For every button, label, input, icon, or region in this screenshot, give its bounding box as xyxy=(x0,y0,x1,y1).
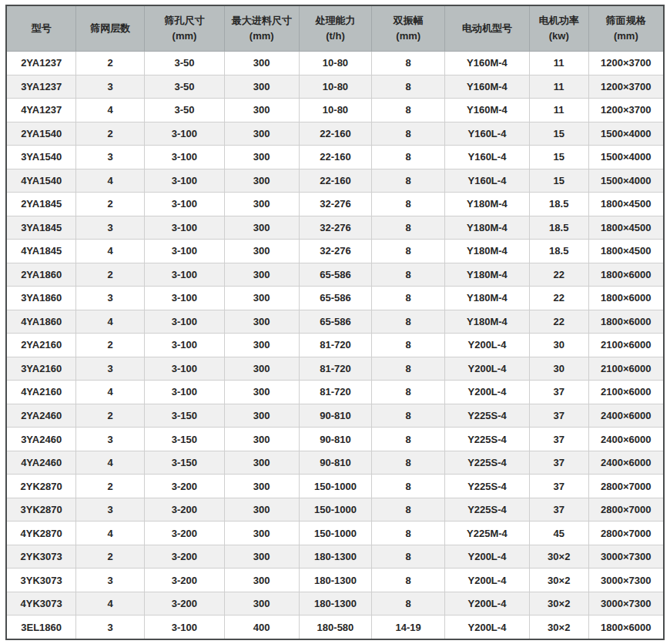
table-cell: 15 xyxy=(529,146,588,169)
table-cell: 300 xyxy=(224,99,299,122)
table-cell: 1800×4500 xyxy=(588,193,663,216)
table-row: 4YA123743-5030010-808Y160M-4111200×3700 xyxy=(7,99,663,122)
model-cell: 3YK3073 xyxy=(7,569,76,592)
table-cell: Y200L-4 xyxy=(445,334,530,357)
model-cell: 3YA1237 xyxy=(7,75,76,99)
table-cell: 37 xyxy=(529,475,588,498)
model-cell: 4YA2160 xyxy=(7,381,76,404)
model-cell: 4YA1860 xyxy=(7,310,76,334)
model-cell: 2YA1845 xyxy=(7,193,76,216)
table-cell: 300 xyxy=(224,287,299,310)
table-cell: 180-1300 xyxy=(299,569,372,592)
table-cell: 2 xyxy=(76,404,145,428)
table-cell: Y160M-4 xyxy=(445,52,530,75)
header-row: 型号筛网层数筛孔尺寸(mm)最大进料尺寸(mm)处理能力(t/h)双振幅(mm)… xyxy=(7,6,663,52)
table-cell: 65-586 xyxy=(299,310,372,334)
table-cell: 22 xyxy=(529,287,588,310)
table-cell: 37 xyxy=(529,451,588,475)
model-cell: 2YA2160 xyxy=(7,334,76,357)
table-cell: 300 xyxy=(224,545,299,569)
table-cell: 65-586 xyxy=(299,287,372,310)
table-cell: 8 xyxy=(372,451,445,475)
column-header: 筛孔尺寸(mm) xyxy=(145,6,225,52)
table-cell: 300 xyxy=(224,498,299,522)
table-cell: 1800×6000 xyxy=(588,287,663,310)
column-header-label: 型号 xyxy=(32,22,52,34)
column-header: 电机功率(kw) xyxy=(529,6,588,52)
table-cell: 300 xyxy=(224,334,299,357)
table-cell: 32-276 xyxy=(299,193,372,216)
table-cell: 3-50 xyxy=(145,75,225,99)
table-cell: 15 xyxy=(529,169,588,193)
model-cell: 4YK3073 xyxy=(7,592,76,615)
table-cell: 90-810 xyxy=(299,404,372,428)
table-cell: 3000×7300 xyxy=(588,545,663,569)
table-cell: 8 xyxy=(372,498,445,522)
table-cell: 4 xyxy=(76,381,145,404)
table-cell: 2 xyxy=(76,122,145,146)
column-header-label: 筛面规格 xyxy=(606,15,646,26)
table-cell: 8 xyxy=(372,428,445,451)
table-cell: 1500×4000 xyxy=(588,169,663,193)
table-cell: 81-720 xyxy=(299,357,372,381)
table-cell: 14-19 xyxy=(372,615,445,639)
table-cell: 300 xyxy=(224,569,299,592)
table-cell: 3-100 xyxy=(145,169,225,193)
table-cell: Y160M-4 xyxy=(445,99,530,122)
table-cell: Y180M-4 xyxy=(445,240,530,263)
table-cell: 300 xyxy=(224,216,299,240)
table-cell: Y225S-4 xyxy=(445,451,530,475)
table-row: 3YK287033-200300150-10008Y225S-4372800×7… xyxy=(7,498,663,522)
table-row: 3YA184533-10030032-2768Y180M-418.51800×4… xyxy=(7,216,663,240)
table-cell: 8 xyxy=(372,404,445,428)
table-cell: 8 xyxy=(372,52,445,75)
model-cell: 4YA1540 xyxy=(7,169,76,193)
table-cell: 2800×7000 xyxy=(588,522,663,545)
model-cell: 3EL1860 xyxy=(7,615,76,639)
table-cell: 90-810 xyxy=(299,428,372,451)
table-cell: Y200L-4 xyxy=(445,569,530,592)
table-cell: 8 xyxy=(372,310,445,334)
table-cell: 300 xyxy=(224,522,299,545)
model-cell: 2YK2870 xyxy=(7,475,76,498)
table-cell: Y180M-4 xyxy=(445,287,530,310)
table-cell: 2 xyxy=(76,193,145,216)
model-cell: 3YA2160 xyxy=(7,357,76,381)
column-header: 型号 xyxy=(7,6,76,52)
table-cell: Y160L-4 xyxy=(445,169,530,193)
table-cell: 30×2 xyxy=(529,615,588,639)
table-cell: 4 xyxy=(76,592,145,615)
table-cell: 11 xyxy=(529,52,588,75)
table-cell: 37 xyxy=(529,404,588,428)
table-cell: 22-160 xyxy=(299,122,372,146)
table-row: 2YA216023-10030081-7208Y200L-4302100×600… xyxy=(7,334,663,357)
table-cell: 8 xyxy=(372,545,445,569)
table-cell: 1500×4000 xyxy=(588,122,663,146)
table-cell: 30 xyxy=(529,357,588,381)
column-header-label: 电机功率 xyxy=(539,15,579,26)
table-cell: 3-100 xyxy=(145,310,225,334)
table-cell: 2 xyxy=(76,52,145,75)
table-cell: 3 xyxy=(76,498,145,522)
table-cell: 30 xyxy=(529,334,588,357)
table-cell: 2800×7000 xyxy=(588,498,663,522)
column-header-label: 筛孔尺寸 xyxy=(164,15,204,26)
table-cell: 3 xyxy=(76,75,145,99)
table-cell: 8 xyxy=(372,522,445,545)
table-cell: 3-200 xyxy=(145,545,225,569)
table-cell: 22-160 xyxy=(299,169,372,193)
model-cell: 2YA2460 xyxy=(7,404,76,428)
column-header-unit: (mm) xyxy=(226,29,297,44)
column-header-unit: (mm) xyxy=(146,29,223,44)
table-cell: 3 xyxy=(76,615,145,639)
table-cell: 2 xyxy=(76,263,145,287)
table-cell: 90-810 xyxy=(299,451,372,475)
table-row: 2YK307323-200300180-13008Y200L-430×23000… xyxy=(7,545,663,569)
table-cell: 300 xyxy=(224,592,299,615)
table-cell: 8 xyxy=(372,263,445,287)
table-cell: 3-100 xyxy=(145,146,225,169)
table-cell: 1800×6000 xyxy=(588,615,663,639)
table-cell: 45 xyxy=(529,522,588,545)
table-cell: 3000×7300 xyxy=(588,569,663,592)
table-cell: 3-100 xyxy=(145,122,225,146)
